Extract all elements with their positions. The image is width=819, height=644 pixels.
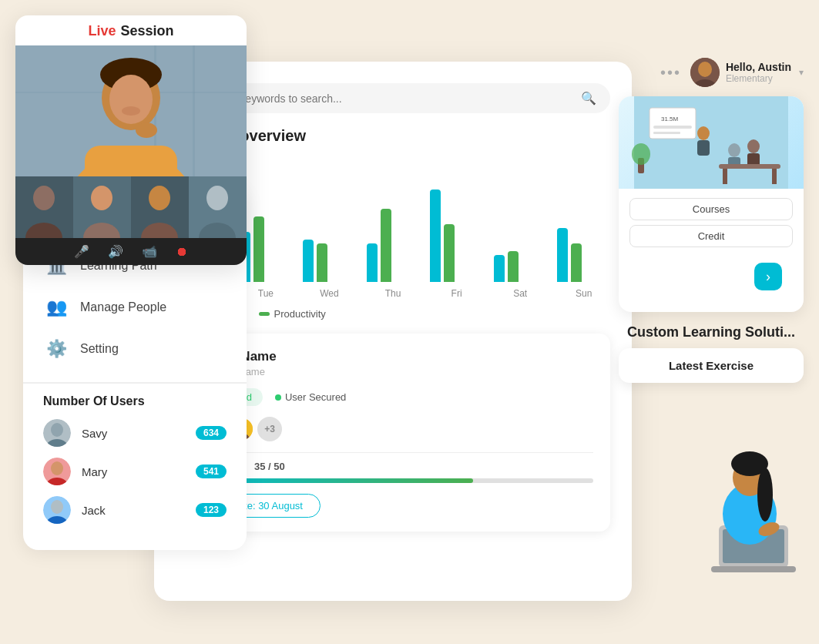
video-button[interactable]: 📹: [142, 244, 157, 259]
svg-rect-55: [719, 164, 780, 169]
svg-point-67: [757, 520, 781, 539]
user-row-mary: Mary 541: [43, 458, 227, 485]
label-sat: Sat: [494, 288, 547, 299]
svg-point-64: [733, 459, 767, 496]
legend-dot-green: [259, 312, 270, 316]
users-divider: [23, 382, 247, 384]
project-status: Completed User Secured: [193, 388, 593, 406]
main-video: [15, 45, 247, 176]
user-row-savy: Savy 634: [43, 419, 227, 447]
volume-button[interactable]: 🔊: [108, 244, 123, 259]
svg-point-59: [632, 143, 650, 165]
svg-point-33: [51, 423, 63, 437]
bar-group-wed: [303, 240, 356, 282]
company-name: Company Name: [193, 366, 593, 377]
label-sun: Sun: [557, 288, 610, 299]
svg-point-15: [91, 186, 112, 210]
label-tue: Tue: [240, 288, 293, 299]
svg-point-39: [51, 500, 63, 514]
bar-thu-blue: [367, 243, 378, 282]
bar-fri-green: [444, 224, 455, 282]
bar-wed-green: [317, 243, 327, 282]
svg-rect-57: [772, 169, 777, 184]
bar-wed-blue: [303, 240, 314, 282]
avatars-row: +3: [193, 417, 593, 441]
small-video-3: [131, 176, 189, 238]
user-name-mary: Mary: [82, 465, 185, 478]
sidebar-item-setting[interactable]: ⚙️ Setting: [23, 328, 247, 370]
custom-learning-label: Custom Learning Soluti...: [619, 324, 804, 340]
setting-label: Setting: [80, 342, 119, 356]
svg-point-66: [757, 468, 773, 522]
svg-rect-2: [193, 45, 195, 176]
svg-point-42: [698, 62, 712, 77]
small-videos-row: [15, 176, 247, 238]
label-thu: Thu: [367, 288, 420, 299]
svg-point-18: [149, 186, 170, 210]
user-count-jack: 123: [196, 503, 227, 517]
user-count-mary: 541: [196, 465, 227, 478]
svg-point-36: [51, 461, 63, 475]
bar-tue-green: [253, 216, 264, 282]
avatar-plus: +3: [257, 417, 282, 441]
live-session-card: Live Session: [15, 15, 247, 265]
stop-button[interactable]: ⏺: [176, 245, 188, 259]
secured-label: User Secured: [285, 391, 346, 403]
user-row-jack: Jack 123: [43, 496, 227, 524]
divider: [193, 452, 593, 453]
bar-fri-blue: [430, 190, 441, 282]
svg-rect-48: [653, 132, 680, 134]
svg-rect-61: [723, 529, 784, 563]
bar-thu-green: [381, 209, 391, 282]
bar-group-thu: [367, 209, 420, 282]
small-video-1: [15, 176, 73, 238]
svg-point-65: [731, 451, 768, 476]
bar-group-sat: [494, 251, 547, 282]
project-name: Project Name: [193, 349, 593, 364]
bar-sun-green: [571, 243, 582, 282]
svg-point-12: [33, 186, 55, 210]
users-title: Number Of Users: [43, 394, 227, 408]
svg-rect-47: [653, 126, 692, 129]
task-done-row: Task Done: 35 / 50: [193, 461, 593, 472]
user-text: Hello, Austin Elementary: [726, 61, 791, 84]
live-badge: Live: [88, 23, 116, 39]
course-card: 31.5M Courses Cred: [619, 96, 804, 312]
user-avatar-sm: [690, 58, 720, 87]
svg-point-21: [206, 186, 228, 210]
label-fri: Fri: [430, 288, 483, 299]
bar-group-sun: [557, 228, 610, 282]
search-icon: 🔍: [581, 91, 596, 106]
bar-sun-blue: [557, 228, 568, 282]
user-role: Elementary: [726, 73, 791, 84]
bar-sat-green: [508, 251, 519, 282]
right-panel: ••• Hello, Austin Elementary ▾ 31.5M: [619, 58, 804, 383]
svg-point-53: [747, 139, 760, 153]
mic-button[interactable]: 🎤: [74, 244, 89, 259]
bar-group-fri: [430, 190, 483, 282]
course-btn-row: Courses Credit: [619, 189, 804, 257]
avatar-savy: [43, 419, 71, 447]
credit-button[interactable]: Credit: [629, 225, 793, 247]
live-session-header: Live Session: [15, 15, 247, 45]
label-wed: Wed: [303, 288, 356, 299]
task-done-value: 35: [254, 461, 265, 472]
search-input[interactable]: [190, 92, 581, 105]
secured-dot: [275, 394, 281, 401]
courses-button[interactable]: Courses: [629, 198, 793, 220]
user-greeting: Hello, Austin: [726, 61, 791, 73]
sidebar-item-manage-people[interactable]: 👥 Manage People: [23, 287, 247, 328]
latest-exercise-card[interactable]: Latest Exercise: [619, 348, 804, 383]
users-section: Number Of Users Savy 634 Mary 541 Jack 1…: [23, 394, 247, 524]
svg-point-7: [109, 75, 153, 124]
dots-menu[interactable]: •••: [660, 64, 681, 82]
svg-rect-60: [719, 525, 788, 568]
user-info[interactable]: Hello, Austin Elementary ▾: [690, 58, 804, 87]
manage-people-label: Manage People: [80, 300, 166, 314]
svg-point-10: [136, 122, 157, 138]
progress-bar: [193, 478, 593, 483]
chevron-down-icon: ▾: [799, 67, 804, 78]
next-button[interactable]: ›: [754, 263, 782, 290]
avatar-mary: [43, 458, 71, 485]
legend-productivity: Productivity: [259, 308, 326, 320]
